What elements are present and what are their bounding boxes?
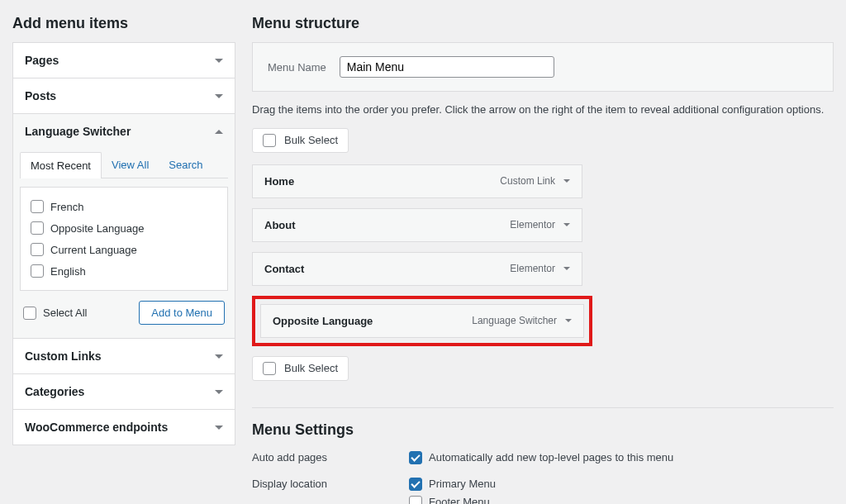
panel-label: Pages	[25, 54, 59, 67]
checkbox[interactable]	[409, 478, 422, 491]
item-type: Language Switcher	[472, 315, 557, 326]
chevron-down-icon	[215, 390, 223, 394]
chevron-down-icon[interactable]	[565, 319, 572, 322]
list-item[interactable]: Current Language	[31, 239, 217, 260]
select-all-label: Select All	[43, 307, 87, 319]
tab-view-all[interactable]: View All	[102, 152, 159, 178]
option-primary-menu[interactable]: Primary Menu	[409, 475, 834, 493]
bulk-select-label: Bulk Select	[284, 362, 338, 374]
chevron-down-icon	[215, 426, 223, 430]
bulk-select-top[interactable]: Bulk Select	[252, 128, 349, 153]
menu-item-about[interactable]: About Elementor	[252, 208, 582, 242]
add-items-heading: Add menu items	[12, 15, 235, 32]
chevron-down-icon[interactable]	[563, 223, 570, 226]
setting-auto-add: Auto add pages Automatically add new top…	[252, 449, 834, 467]
panel-woocommerce-endpoints[interactable]: WooCommerce endpoints	[13, 410, 235, 445]
list-item[interactable]: English	[31, 260, 217, 282]
chevron-down-icon	[215, 59, 223, 63]
panel-label: Posts	[25, 89, 56, 102]
chevron-down-icon[interactable]	[563, 179, 570, 183]
select-all-row[interactable]: Select All	[23, 302, 87, 324]
option-label: French	[50, 201, 83, 213]
tab-search[interactable]: Search	[159, 152, 212, 178]
checkbox[interactable]	[31, 243, 44, 256]
checkbox[interactable]	[263, 134, 276, 147]
menu-item-opposite-language[interactable]: Opposite Language Language Switcher	[260, 304, 584, 338]
checkbox[interactable]	[23, 307, 36, 320]
option-auto-add[interactable]: Automatically add new top-level pages to…	[409, 449, 834, 467]
bulk-select-bottom[interactable]: Bulk Select	[252, 356, 349, 381]
checkbox[interactable]	[409, 496, 422, 505]
panel-posts[interactable]: Posts	[13, 78, 235, 113]
panel-categories[interactable]: Categories	[13, 374, 235, 409]
setting-display-location: Display location Primary Menu Footer Men…	[252, 475, 834, 505]
menu-item-contact[interactable]: Contact Elementor	[252, 252, 582, 286]
metabox-accordion: Pages Posts Language Switcher Most Recen…	[12, 42, 235, 445]
chevron-down-icon	[215, 354, 223, 359]
item-type: Custom Link	[500, 175, 555, 187]
panel-label: WooCommerce endpoints	[25, 421, 168, 434]
checkbox[interactable]	[31, 200, 44, 213]
checkbox[interactable]	[409, 451, 422, 464]
item-title: Home	[264, 175, 294, 188]
chevron-down-icon[interactable]	[563, 267, 570, 270]
panel-pages[interactable]: Pages	[13, 43, 235, 78]
chevron-down-icon	[215, 94, 223, 98]
item-type: Elementor	[510, 219, 555, 231]
option-label: Current Language	[50, 244, 137, 256]
setting-label: Auto add pages	[252, 449, 409, 467]
panel-label: Custom Links	[25, 349, 102, 363]
menu-item-home[interactable]: Home Custom Link	[252, 164, 582, 198]
divider	[252, 407, 834, 408]
add-to-menu-button[interactable]: Add to Menu	[139, 301, 225, 325]
tab-most-recent[interactable]: Most Recent	[20, 152, 102, 178]
item-title: Opposite Language	[273, 315, 373, 327]
bulk-select-label: Bulk Select	[284, 134, 338, 146]
panel-label: Language Switcher	[25, 125, 131, 138]
option-footer-menu[interactable]: Footer Menu	[409, 493, 834, 505]
chevron-up-icon	[215, 130, 223, 134]
option-label: Automatically add new top-level pages to…	[429, 451, 673, 464]
menu-name-input[interactable]	[340, 56, 554, 78]
item-type: Elementor	[510, 263, 555, 274]
menu-name-label: Menu Name	[268, 61, 326, 74]
item-title: Contact	[264, 263, 304, 275]
menu-items-list: Home Custom Link About Elementor Contact…	[252, 164, 834, 346]
instructions-text: Drag the items into the order you prefer…	[252, 92, 834, 128]
metabox-tabs: Most Recent View All Search	[20, 152, 228, 178]
option-label: Opposite Language	[50, 222, 144, 235]
menu-settings-heading: Menu Settings	[252, 421, 834, 439]
checkbox[interactable]	[31, 221, 44, 235]
option-label: Footer Menu	[429, 496, 490, 504]
panel-label: Categories	[25, 385, 84, 398]
language-option-list: French Opposite Language Current Languag…	[20, 187, 228, 291]
item-title: About	[264, 219, 296, 231]
checkbox[interactable]	[263, 362, 276, 375]
setting-label: Display location	[252, 475, 409, 505]
list-item[interactable]: Opposite Language	[31, 217, 217, 239]
menu-structure-heading: Menu structure	[252, 15, 834, 32]
list-item[interactable]: French	[31, 196, 217, 217]
checkbox[interactable]	[31, 264, 44, 278]
menu-name-row: Menu Name	[252, 42, 834, 92]
highlighted-frame: Opposite Language Language Switcher	[252, 296, 592, 346]
panel-custom-links[interactable]: Custom Links	[13, 339, 235, 373]
panel-language-switcher[interactable]: Language Switcher	[13, 114, 235, 149]
option-label: English	[50, 265, 86, 278]
option-label: Primary Menu	[429, 478, 496, 490]
